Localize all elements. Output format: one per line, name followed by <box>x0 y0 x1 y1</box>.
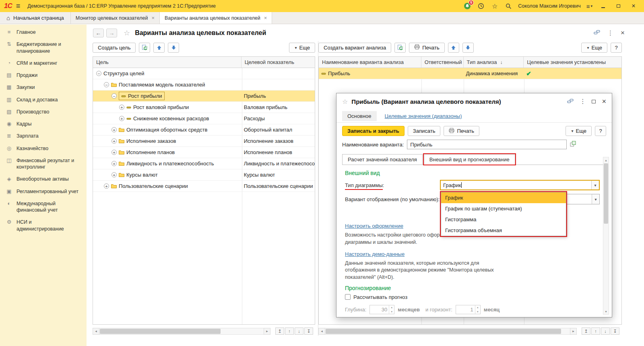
home-page-tab[interactable]: Начальная страница <box>0 12 71 24</box>
tree-row-liquidity[interactable]: Ликвидность и платежеспособность Ликвидн… <box>93 158 315 169</box>
expand-icon[interactable] <box>111 127 117 132</box>
close-dialog-icon[interactable] <box>602 97 606 106</box>
tree-row-model[interactable]: Поставляемая модель показателей <box>93 79 315 91</box>
go-last-button[interactable] <box>611 327 619 335</box>
configure-appearance-link[interactable]: Настроить оформление <box>345 223 403 229</box>
tab-appearance-forecast[interactable]: Внешний вид и прогнозирование <box>424 154 515 165</box>
tree-row-orders[interactable]: Исполнение заказов Исполнение заказов <box>93 136 315 147</box>
column-header-name[interactable]: Наименование варианта анализа <box>319 57 421 68</box>
sidebar-item-sales[interactable]: ▤Продажи <box>0 69 87 81</box>
scroll-down-icon[interactable] <box>603 309 609 314</box>
spin-up-icon[interactable] <box>475 305 480 310</box>
create-copy-button[interactable] <box>139 43 150 53</box>
dropdown-option-step[interactable]: График по шагам (ступенчатая) <box>441 203 566 214</box>
nav-tab-main[interactable]: Основное <box>342 111 377 121</box>
spin-up-icon[interactable] <box>389 305 394 310</box>
chart-type-combobox[interactable]: График <box>440 180 600 190</box>
column-header-targets[interactable]: Целевые значения установлены <box>524 57 621 68</box>
collapse-icon[interactable] <box>104 82 109 87</box>
configure-demo-data-link[interactable]: Настроить демо-данные <box>345 251 405 257</box>
scroll-left-icon[interactable] <box>318 328 325 335</box>
close-tab-icon[interactable] <box>151 15 155 21</box>
get-link-icon[interactable] <box>594 29 600 36</box>
sidebar-item-ifrs[interactable]: ◐Международный финансовый учет <box>0 198 87 216</box>
depth-stepper[interactable]: 30 <box>369 305 394 314</box>
sidebar-item-crm[interactable]: ◔CRM и маркетинг <box>0 57 87 69</box>
go-prev-button[interactable] <box>285 327 294 335</box>
save-close-button[interactable]: Записать и закрыть <box>342 126 405 136</box>
goals-more-button[interactable]: Еще <box>289 43 315 53</box>
column-header-type[interactable]: Тип анализа <box>464 57 524 68</box>
help-button[interactable]: ? <box>595 126 606 136</box>
scroll-right-icon[interactable] <box>570 328 577 335</box>
minimize-button[interactable] <box>598 2 608 10</box>
tree-row-currency[interactable]: Курсы валют Курсы валют <box>93 169 315 181</box>
dropdown-option-histogram[interactable]: Гистограмма <box>441 214 566 225</box>
print-button[interactable]: Печать <box>444 126 479 136</box>
spin-down-icon[interactable] <box>389 309 394 314</box>
forecast-checkbox[interactable] <box>345 294 351 300</box>
go-next-button[interactable] <box>295 327 303 335</box>
sidebar-item-warehouse[interactable]: ▥Склад и доставка <box>0 94 87 106</box>
move-down-button[interactable] <box>168 43 179 53</box>
expand-icon[interactable] <box>119 105 124 110</box>
print-button[interactable]: Печать <box>409 43 445 53</box>
move-down-button[interactable] <box>462 43 474 53</box>
sidebar-item-treasury[interactable]: ◎Казначейство <box>0 142 87 154</box>
variants-hscrollbar[interactable] <box>318 327 619 335</box>
expand-icon[interactable] <box>104 183 109 189</box>
collapse-icon[interactable] <box>111 93 117 99</box>
notifications-icon[interactable]: 5 <box>463 2 471 10</box>
scroll-left-icon[interactable] <box>93 328 99 335</box>
variant-name-input[interactable]: Прибыль <box>407 140 567 149</box>
favorites-icon[interactable] <box>491 2 499 10</box>
expand-icon[interactable] <box>111 172 117 177</box>
collapse-icon[interactable] <box>96 71 101 76</box>
dropdown-option-line[interactable]: График <box>441 192 566 203</box>
favorite-star-icon[interactable] <box>342 98 348 105</box>
sidebar-item-salary[interactable]: ≣Зарплата <box>0 130 87 142</box>
move-up-button[interactable] <box>448 43 459 53</box>
search-icon[interactable] <box>504 2 512 10</box>
create-copy-button[interactable] <box>394 43 406 53</box>
scroll-thumb[interactable] <box>100 329 221 334</box>
help-button[interactable]: ? <box>611 43 622 53</box>
variants-more-button[interactable]: Еще <box>581 43 607 53</box>
scroll-thumb[interactable] <box>604 163 608 224</box>
sidebar-item-admin[interactable]: ⚙НСИ и администрирование <box>0 216 87 235</box>
chevron-down-icon[interactable] <box>592 194 599 204</box>
go-next-button[interactable] <box>601 327 610 335</box>
tree-row-gross-profit[interactable]: Рост валовой прибыли Валовая прибыль <box>93 102 315 113</box>
expand-icon[interactable] <box>119 116 124 121</box>
back-button[interactable] <box>93 29 104 37</box>
column-header-responsible[interactable]: Ответственный <box>421 57 464 68</box>
maximize-button[interactable] <box>613 2 623 10</box>
sidebar-item-main[interactable]: ≡Главное <box>0 26 87 38</box>
tab-variants[interactable]: Варианты анализа целевых показателей <box>160 12 272 24</box>
current-user[interactable]: Соколов Максим Игоревич <box>518 3 580 9</box>
tab-monitor[interactable]: Монитор целевых показателей <box>71 12 160 24</box>
dialog-vscrollbar[interactable] <box>603 157 609 315</box>
tree-row-working-capital[interactable]: Оптимизация оборотных средств Оборотный … <box>93 124 315 136</box>
spin-down-icon[interactable] <box>475 309 480 314</box>
more-menu-icon[interactable] <box>580 98 586 105</box>
goals-hscrollbar[interactable] <box>93 327 313 335</box>
go-first-button[interactable] <box>582 327 590 335</box>
close-tab-icon[interactable] <box>264 15 267 21</box>
scroll-thumb[interactable] <box>326 329 561 334</box>
sidebar-item-finresult[interactable]: ◫Финансовый результат и контроллинг <box>0 154 87 173</box>
maximize-dialog-icon[interactable] <box>592 100 596 103</box>
go-prev-button[interactable] <box>591 327 600 335</box>
sidebar-item-budgeting[interactable]: ⇅Бюджетирование и планирование <box>0 38 87 57</box>
move-up-button[interactable] <box>153 43 165 53</box>
dialog-more-button[interactable]: Еще <box>566 126 592 136</box>
go-last-button[interactable] <box>304 327 313 335</box>
hamburger-menu-icon[interactable] <box>16 2 21 10</box>
tree-row-root[interactable]: Структура целей <box>93 68 315 79</box>
close-window-button[interactable] <box>629 2 638 10</box>
history-icon[interactable] <box>477 2 485 10</box>
expand-icon[interactable] <box>111 150 117 155</box>
go-first-button[interactable] <box>275 327 284 335</box>
column-header-indicator[interactable]: Целевой показатель <box>242 57 315 68</box>
nav-link-target-values[interactable]: Целевые значения (диапазоны) <box>385 113 462 119</box>
